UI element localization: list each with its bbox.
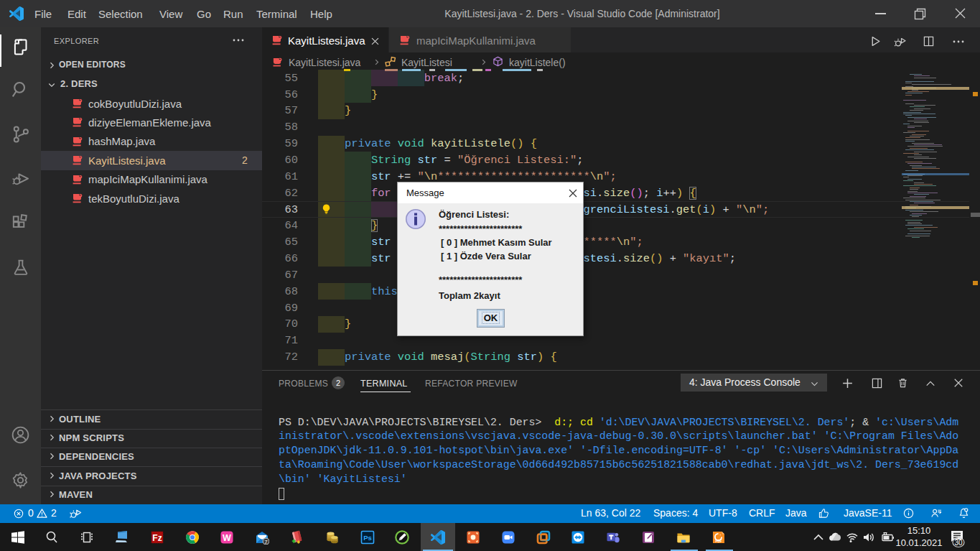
svg-text:W: W (223, 533, 231, 543)
svg-text:PDF: PDF (715, 540, 722, 543)
svg-text:Ps: Ps (363, 534, 372, 542)
svg-text:30: 30 (954, 539, 963, 547)
svg-text:7: 7 (264, 539, 268, 545)
svg-text:Fz: Fz (152, 533, 162, 543)
